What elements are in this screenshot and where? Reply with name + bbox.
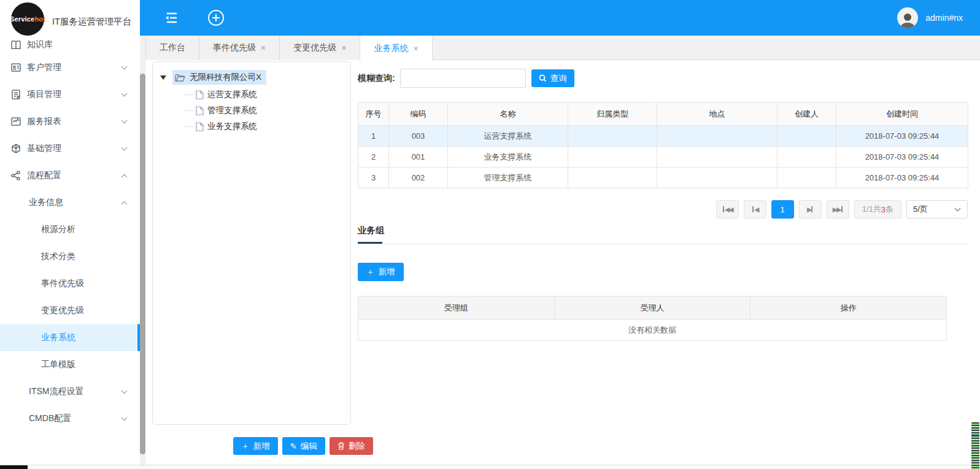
sidebar-menu: 知识库 客户管理 项目管理 服务报表 [0, 36, 140, 432]
tree-connector [185, 126, 193, 127]
search-input[interactable] [400, 69, 526, 88]
file-icon [196, 106, 204, 115]
sidebar-item-techcategory[interactable]: 技术分类 [0, 243, 140, 270]
share-icon [10, 169, 22, 182]
chevron-down-icon [122, 91, 128, 97]
collapse-sidebar-icon[interactable] [163, 11, 179, 25]
systems-table-header: 序号 编码 名称 归属类型 地点 创建人 创建时间 [358, 103, 968, 126]
tree-collapse-icon[interactable] [160, 76, 166, 80]
sidebar-item-basemgmt[interactable]: 基础管理 [0, 135, 140, 162]
current-page-button[interactable]: 1 [771, 200, 794, 219]
tab-business-system[interactable]: 业务系统 × [360, 36, 432, 61]
chevron-up-icon [122, 174, 128, 180]
sidebar-item-reports[interactable]: 服务报表 [0, 108, 140, 135]
page-size-select[interactable]: 5/页 [906, 200, 968, 219]
horizontal-scrollbar-thumb[interactable] [0, 465, 28, 469]
chevron-down-icon [955, 206, 961, 212]
tree-root-label: 无限科技有限公司X [190, 72, 261, 83]
chevron-down-icon [122, 64, 128, 70]
book-icon [10, 39, 22, 51]
sidebar-item-incidentpriority[interactable]: 事件优先级 [0, 270, 140, 297]
close-icon[interactable]: × [261, 43, 266, 53]
table-row[interactable]: 2001业务支撑系统2018-07-03 09:25:44 [358, 147, 968, 168]
sidebar-item-cmdbconfig[interactable]: CMDB配置 [0, 405, 140, 432]
search-label: 模糊查询: [358, 73, 395, 84]
chevron-down-icon [122, 145, 128, 151]
group-table: 受理组 受理人 操作 没有相关数据 [358, 296, 947, 341]
tree-root-node[interactable]: 无限科技有限公司X [159, 69, 350, 85]
group-section: 业务组 [358, 225, 968, 244]
plus-icon: ＋ [366, 266, 375, 277]
user-avatar[interactable] [897, 7, 918, 28]
tab-strip: 工作台 事件优先级 × 变更优先级 × 业务系统 × [145, 36, 980, 60]
empty-row: 没有相关数据 [358, 320, 947, 341]
search-row: 模糊查询: 查询 [358, 69, 574, 88]
pagination-info: 1/1共3条 [854, 200, 901, 219]
search-button[interactable]: 查询 [531, 69, 574, 87]
project-icon [10, 88, 22, 101]
cube-icon [10, 142, 22, 155]
sidebar-item-customers[interactable]: 客户管理 [0, 54, 140, 81]
app-window: Servicehot IT服务运营管理平台 知识库 客户管理 [0, 0, 980, 469]
table-row[interactable]: 1003运营支撑系统2018-07-03 09:25:44 [358, 126, 968, 147]
systems-table: 序号 编码 名称 归属类型 地点 创建人 创建时间 1003运营支撑系统2018… [358, 102, 968, 188]
tree-node-yewu[interactable]: 业务支撑系统 [185, 118, 350, 134]
sidebar-scrollbar-thumb[interactable] [140, 74, 145, 454]
tree-edit-button[interactable]: ✎编辑 [282, 437, 325, 455]
first-page-button[interactable]: ◀◀ [716, 200, 739, 219]
file-icon [196, 122, 204, 131]
tab-incident-priority[interactable]: 事件优先级 × [199, 36, 280, 60]
browser-extension-widget [971, 422, 979, 469]
tree-connector [185, 95, 193, 95]
divider [358, 244, 968, 244]
chevron-down-icon [122, 415, 128, 421]
sidebar-item-projects[interactable]: 项目管理 [0, 81, 140, 108]
search-icon [539, 74, 547, 82]
brand-text: Servicehot [10, 15, 45, 23]
sidebar-item-knowledge[interactable]: 知识库 [0, 36, 140, 54]
tree-add-button[interactable]: ＋新增 [233, 437, 278, 455]
tree-delete-button[interactable]: 删除 [330, 437, 373, 455]
sidebar-item-rootcause[interactable]: 根源分析 [0, 216, 140, 243]
logo-row: Servicehot IT服务运营管理平台 [0, 0, 140, 37]
next-page-button[interactable]: ▶ [799, 200, 822, 219]
sidebar-item-changepriority[interactable]: 变更优先级 [0, 297, 140, 324]
sidebar: Servicehot IT服务运营管理平台 知识库 客户管理 [0, 0, 140, 469]
file-icon [196, 90, 204, 99]
close-icon[interactable]: × [413, 44, 418, 53]
plus-icon: ＋ [241, 441, 250, 452]
table-row[interactable]: 3002管理支撑系统2018-07-03 09:25:44 [358, 168, 968, 188]
pagination: ◀◀ ◀ 1 ▶ ▶▶ 1/1共3条 5/页 [358, 200, 968, 219]
new-tab-plus-icon[interactable] [207, 9, 225, 26]
horizontal-scrollbar-track[interactable] [0, 465, 980, 469]
empty-text: 没有相关数据 [358, 320, 947, 341]
tab-workbench[interactable]: 工作台 [145, 36, 199, 60]
username[interactable]: admin#nx [925, 13, 963, 23]
tree-node-guanli[interactable]: 管理支撑系统 [185, 103, 350, 118]
sidebar-item-tickettemplate[interactable]: 工单模版 [0, 351, 140, 378]
trash-icon [338, 442, 345, 450]
folder-open-icon [175, 73, 185, 82]
group-add-button[interactable]: ＋新增 [358, 263, 404, 281]
last-page-button[interactable]: ▶▶ [827, 200, 849, 219]
group-table-header: 受理组 受理人 操作 [358, 297, 947, 320]
chevron-up-icon [122, 201, 128, 207]
customer-icon [10, 61, 22, 74]
tree-action-bar: ＋新增 ✎编辑 删除 [233, 437, 373, 455]
sidebar-item-businessinfo[interactable]: 业务信息 [0, 189, 140, 216]
sidebar-item-flowconfig[interactable]: 流程配置 [0, 162, 140, 189]
pencil-icon: ✎ [290, 441, 297, 451]
sidebar-item-itsmflow[interactable]: ITSM流程设置 [0, 378, 140, 405]
chart-icon [10, 115, 22, 128]
tree-node-yunying[interactable]: 运营支撑系统 [185, 87, 350, 103]
tab-change-priority[interactable]: 变更优先级 × [280, 36, 360, 60]
sidebar-scrollbar-track[interactable] [140, 36, 145, 465]
group-section-title: 业务组 [358, 225, 968, 242]
topbar: admin#nx [140, 0, 980, 36]
close-icon[interactable]: × [341, 43, 346, 53]
prev-page-button[interactable]: ◀ [744, 200, 766, 219]
tree-connector [185, 110, 193, 111]
sidebar-item-businesssystem[interactable]: 业务系统 [0, 324, 140, 351]
brand-logo: Servicehot [11, 2, 44, 36]
company-tree-panel: 无限科技有限公司X 运营支撑系统 管理支撑系统 业务支撑系统 [152, 61, 351, 425]
